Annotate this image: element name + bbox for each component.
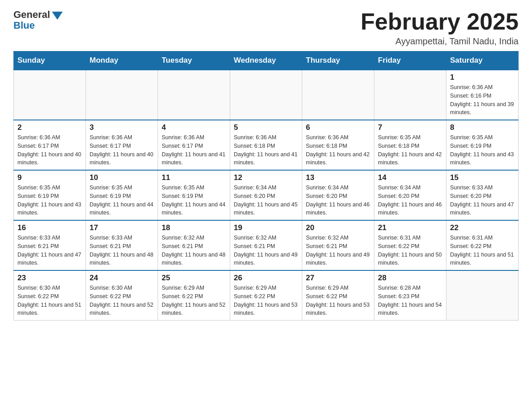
calendar-cell bbox=[158, 70, 230, 120]
calendar-cell: 2Sunrise: 6:36 AM Sunset: 6:17 PM Daylig… bbox=[14, 120, 86, 170]
calendar-cell: 19Sunrise: 6:32 AM Sunset: 6:21 PM Dayli… bbox=[230, 220, 302, 270]
logo-blue-text: Blue bbox=[13, 20, 35, 31]
calendar-cell: 4Sunrise: 6:36 AM Sunset: 6:17 PM Daylig… bbox=[158, 120, 230, 170]
day-info: Sunrise: 6:32 AM Sunset: 6:21 PM Dayligh… bbox=[162, 234, 226, 267]
column-header-wednesday: Wednesday bbox=[230, 51, 302, 70]
day-number: 12 bbox=[234, 173, 298, 182]
day-number: 11 bbox=[162, 173, 226, 182]
day-number: 19 bbox=[234, 223, 298, 232]
day-info: Sunrise: 6:35 AM Sunset: 6:18 PM Dayligh… bbox=[378, 133, 442, 167]
logo-general-text: General bbox=[13, 9, 50, 21]
day-info: Sunrise: 6:34 AM Sunset: 6:20 PM Dayligh… bbox=[378, 184, 442, 217]
day-info: Sunrise: 6:36 AM Sunset: 6:17 PM Dayligh… bbox=[17, 133, 82, 167]
calendar-header-row: SundayMondayTuesdayWednesdayThursdayFrid… bbox=[14, 51, 519, 70]
calendar-cell: 18Sunrise: 6:32 AM Sunset: 6:21 PM Dayli… bbox=[158, 220, 230, 270]
day-number: 17 bbox=[90, 223, 154, 232]
calendar-cell bbox=[446, 270, 519, 321]
day-number: 2 bbox=[17, 123, 82, 132]
day-info: Sunrise: 6:30 AM Sunset: 6:22 PM Dayligh… bbox=[90, 284, 154, 317]
calendar-cell: 1Sunrise: 6:36 AM Sunset: 6:16 PM Daylig… bbox=[446, 70, 519, 120]
calendar-cell: 13Sunrise: 6:34 AM Sunset: 6:20 PM Dayli… bbox=[302, 170, 374, 220]
day-info: Sunrise: 6:36 AM Sunset: 6:17 PM Dayligh… bbox=[90, 133, 154, 167]
page-header: General Blue February 2025 Ayyampettai, … bbox=[13, 9, 519, 47]
day-info: Sunrise: 6:33 AM Sunset: 6:20 PM Dayligh… bbox=[450, 184, 515, 217]
calendar-cell: 10Sunrise: 6:35 AM Sunset: 6:19 PM Dayli… bbox=[86, 170, 158, 220]
calendar-cell: 11Sunrise: 6:35 AM Sunset: 6:19 PM Dayli… bbox=[158, 170, 230, 220]
column-header-thursday: Thursday bbox=[302, 51, 374, 70]
calendar-cell: 14Sunrise: 6:34 AM Sunset: 6:20 PM Dayli… bbox=[374, 170, 446, 220]
day-number: 21 bbox=[378, 223, 442, 232]
title-block: February 2025 Ayyampettai, Tamil Nadu, I… bbox=[360, 9, 519, 47]
day-number: 24 bbox=[90, 274, 154, 283]
calendar-cell: 23Sunrise: 6:30 AM Sunset: 6:22 PM Dayli… bbox=[14, 270, 86, 321]
calendar-cell: 3Sunrise: 6:36 AM Sunset: 6:17 PM Daylig… bbox=[86, 120, 158, 170]
day-info: Sunrise: 6:32 AM Sunset: 6:21 PM Dayligh… bbox=[306, 234, 370, 267]
day-number: 1 bbox=[450, 73, 515, 82]
day-number: 7 bbox=[378, 123, 442, 132]
calendar-cell: 20Sunrise: 6:32 AM Sunset: 6:21 PM Dayli… bbox=[302, 220, 374, 270]
column-header-saturday: Saturday bbox=[446, 51, 519, 70]
calendar-cell: 24Sunrise: 6:30 AM Sunset: 6:22 PM Dayli… bbox=[86, 270, 158, 321]
calendar-cell bbox=[86, 70, 158, 120]
column-header-tuesday: Tuesday bbox=[158, 51, 230, 70]
day-info: Sunrise: 6:35 AM Sunset: 6:19 PM Dayligh… bbox=[90, 184, 154, 217]
day-info: Sunrise: 6:34 AM Sunset: 6:20 PM Dayligh… bbox=[306, 184, 370, 217]
calendar-cell bbox=[374, 70, 446, 120]
calendar-week-row: 16Sunrise: 6:33 AM Sunset: 6:21 PM Dayli… bbox=[14, 220, 519, 270]
day-number: 15 bbox=[450, 173, 515, 182]
day-number: 27 bbox=[306, 274, 370, 283]
calendar-week-row: 1Sunrise: 6:36 AM Sunset: 6:16 PM Daylig… bbox=[14, 70, 519, 120]
day-number: 6 bbox=[306, 123, 370, 132]
month-title: February 2025 bbox=[360, 9, 519, 34]
day-number: 5 bbox=[234, 123, 298, 132]
day-info: Sunrise: 6:34 AM Sunset: 6:20 PM Dayligh… bbox=[234, 184, 298, 217]
day-number: 13 bbox=[306, 173, 370, 182]
day-number: 4 bbox=[162, 123, 226, 132]
day-number: 18 bbox=[162, 223, 226, 232]
day-info: Sunrise: 6:35 AM Sunset: 6:19 PM Dayligh… bbox=[162, 184, 226, 217]
calendar-cell bbox=[302, 70, 374, 120]
column-header-friday: Friday bbox=[374, 51, 446, 70]
day-number: 20 bbox=[306, 223, 370, 232]
day-info: Sunrise: 6:36 AM Sunset: 6:18 PM Dayligh… bbox=[306, 133, 370, 167]
calendar-cell: 28Sunrise: 6:28 AM Sunset: 6:23 PM Dayli… bbox=[374, 270, 446, 321]
day-number: 22 bbox=[450, 223, 515, 232]
calendar-week-row: 9Sunrise: 6:35 AM Sunset: 6:19 PM Daylig… bbox=[14, 170, 519, 220]
day-number: 26 bbox=[234, 274, 298, 283]
day-number: 23 bbox=[17, 274, 82, 283]
calendar-cell: 5Sunrise: 6:36 AM Sunset: 6:18 PM Daylig… bbox=[230, 120, 302, 170]
day-number: 3 bbox=[90, 123, 154, 132]
day-info: Sunrise: 6:29 AM Sunset: 6:22 PM Dayligh… bbox=[234, 284, 298, 317]
day-info: Sunrise: 6:30 AM Sunset: 6:22 PM Dayligh… bbox=[17, 284, 82, 317]
calendar-cell: 7Sunrise: 6:35 AM Sunset: 6:18 PM Daylig… bbox=[374, 120, 446, 170]
calendar-cell: 25Sunrise: 6:29 AM Sunset: 6:22 PM Dayli… bbox=[158, 270, 230, 321]
calendar-cell: 16Sunrise: 6:33 AM Sunset: 6:21 PM Dayli… bbox=[14, 220, 86, 270]
column-header-sunday: Sunday bbox=[14, 51, 86, 70]
day-number: 10 bbox=[90, 173, 154, 182]
logo-arrow-icon bbox=[52, 12, 63, 20]
day-number: 14 bbox=[378, 173, 442, 182]
day-number: 9 bbox=[17, 173, 82, 182]
calendar-cell bbox=[230, 70, 302, 120]
day-info: Sunrise: 6:35 AM Sunset: 6:19 PM Dayligh… bbox=[450, 133, 515, 167]
calendar-cell: 8Sunrise: 6:35 AM Sunset: 6:19 PM Daylig… bbox=[446, 120, 519, 170]
day-info: Sunrise: 6:32 AM Sunset: 6:21 PM Dayligh… bbox=[234, 234, 298, 267]
calendar-cell: 15Sunrise: 6:33 AM Sunset: 6:20 PM Dayli… bbox=[446, 170, 519, 220]
calendar-cell bbox=[14, 70, 86, 120]
day-info: Sunrise: 6:36 AM Sunset: 6:16 PM Dayligh… bbox=[450, 83, 515, 117]
day-number: 8 bbox=[450, 123, 515, 132]
logo: General Blue bbox=[13, 9, 63, 31]
day-info: Sunrise: 6:35 AM Sunset: 6:19 PM Dayligh… bbox=[17, 184, 82, 217]
calendar-cell: 22Sunrise: 6:31 AM Sunset: 6:22 PM Dayli… bbox=[446, 220, 519, 270]
calendar-week-row: 2Sunrise: 6:36 AM Sunset: 6:17 PM Daylig… bbox=[14, 120, 519, 170]
calendar-cell: 26Sunrise: 6:29 AM Sunset: 6:22 PM Dayli… bbox=[230, 270, 302, 321]
day-number: 25 bbox=[162, 274, 226, 283]
calendar-cell: 9Sunrise: 6:35 AM Sunset: 6:19 PM Daylig… bbox=[14, 170, 86, 220]
calendar-cell: 27Sunrise: 6:29 AM Sunset: 6:22 PM Dayli… bbox=[302, 270, 374, 321]
calendar-table: SundayMondayTuesdayWednesdayThursdayFrid… bbox=[13, 51, 519, 321]
day-number: 16 bbox=[17, 223, 82, 232]
day-info: Sunrise: 6:29 AM Sunset: 6:22 PM Dayligh… bbox=[306, 284, 370, 317]
day-info: Sunrise: 6:36 AM Sunset: 6:17 PM Dayligh… bbox=[162, 133, 226, 167]
day-info: Sunrise: 6:33 AM Sunset: 6:21 PM Dayligh… bbox=[17, 234, 82, 267]
column-header-monday: Monday bbox=[86, 51, 158, 70]
